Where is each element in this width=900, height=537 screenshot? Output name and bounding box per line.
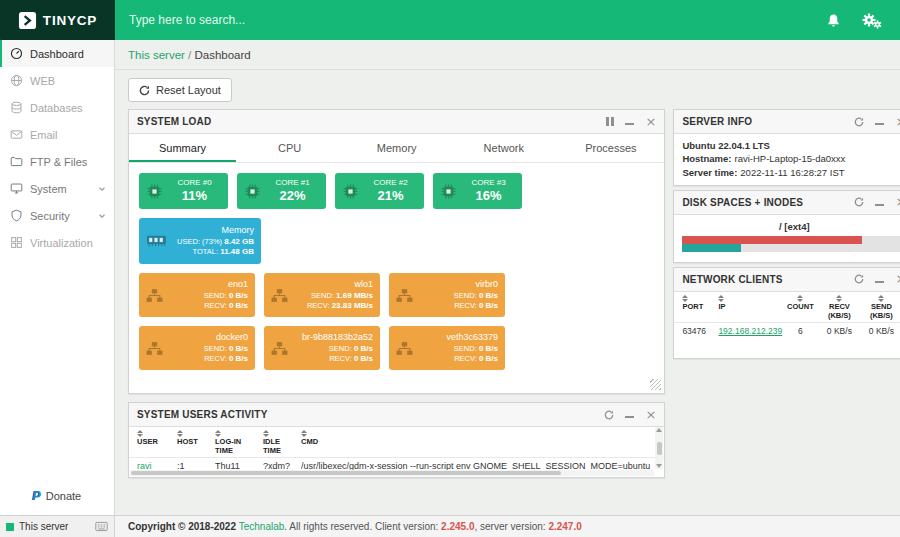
close-icon[interactable]: ×: [895, 197, 900, 207]
network-interface-widget: virbr0 SEND: 0 B/s RECV: 0 B/s: [389, 273, 505, 317]
minimize-icon[interactable]: [625, 118, 634, 125]
disk-spaces-header: DISK SPACES + INODES ×: [674, 191, 900, 215]
column-header-login-time[interactable]: LOG-IN TIME: [215, 430, 259, 455]
network-icon: [271, 341, 288, 356]
resize-handle[interactable]: [650, 379, 661, 390]
refresh-icon[interactable]: [854, 274, 864, 284]
memory-widget: Memory USED: (73%) 8.42 GB TOTAL: 11.48 …: [139, 218, 261, 264]
search-input[interactable]: [129, 13, 617, 27]
settings-cogs-icon[interactable]: [861, 12, 882, 29]
tab-summary[interactable]: Summary: [129, 134, 236, 162]
shield-icon: [10, 209, 23, 222]
column-header-recv[interactable]: RECV (KB/S): [820, 295, 858, 320]
sidebar-item-web[interactable]: WEB: [0, 67, 114, 94]
panel-tools: ×: [606, 117, 656, 127]
panel-title: NETWORK CLIENTS: [682, 274, 782, 285]
horizontal-scrollbar[interactable]: [130, 470, 654, 476]
network-icon: [146, 341, 163, 356]
folder-icon: [10, 155, 23, 168]
close-icon[interactable]: ×: [895, 117, 900, 127]
sidebar-item-virtualization[interactable]: Virtualization: [0, 229, 114, 256]
sort-icon: [682, 295, 688, 302]
donate-button[interactable]: P Donate: [0, 479, 114, 515]
panel-tools: ×: [854, 197, 900, 207]
minimize-icon[interactable]: [625, 411, 634, 418]
network-interface-widget: docker0 SEND: 0 B/s RECV: 0 B/s: [139, 326, 255, 370]
notifications-bell-icon[interactable]: [826, 13, 841, 28]
column-header-ip[interactable]: IP: [718, 295, 780, 320]
panel-tools: ×: [854, 117, 900, 127]
envelope-icon: [10, 128, 23, 141]
refresh-icon[interactable]: [854, 197, 864, 207]
sidebar-item-databases[interactable]: Databases: [0, 94, 114, 121]
network-clients-header: NETWORK CLIENTS ×: [674, 268, 900, 292]
minimize-icon[interactable]: [875, 199, 884, 206]
tab-memory[interactable]: Memory: [343, 134, 450, 162]
breadcrumb-separator: /: [185, 49, 195, 61]
tab-cpu[interactable]: CPU: [236, 134, 343, 162]
database-icon: [10, 101, 23, 114]
minimize-icon[interactable]: [875, 276, 884, 283]
cpu-chip-icon: [146, 183, 163, 200]
paypal-icon: P: [33, 489, 41, 503]
column-header-send[interactable]: SEND (KB/S): [862, 295, 900, 320]
desktop-icon: [10, 182, 23, 195]
cell-recv: 0 KB/s: [820, 326, 858, 336]
panel-title: SYSTEM USERS ACTIVITY: [137, 409, 268, 420]
brand-link[interactable]: Technalab: [239, 521, 285, 532]
network-interface-widget: veth3c63379 SEND: 0 B/s RECV: 0 B/s: [389, 326, 505, 370]
column-header-host[interactable]: HOST: [177, 430, 211, 455]
column-header-port[interactable]: PORT: [682, 295, 714, 320]
sidebar-item-system[interactable]: System: [0, 175, 114, 202]
column-header-count[interactable]: COUNT: [784, 295, 816, 320]
refresh-icon[interactable]: [854, 117, 864, 127]
content: This server / Dashboard Reset Layout SYS…: [115, 40, 900, 515]
column-header-idle-time[interactable]: IDLE TIME: [263, 430, 297, 455]
network-clients-table: PORT IP COUNT RECV (KB/S) SEND (KB/S) 63…: [674, 292, 900, 358]
sort-icon: [137, 430, 143, 437]
breadcrumb-root[interactable]: This server: [128, 49, 185, 61]
sidebar-item-ftp-files[interactable]: FTP & Files: [0, 148, 114, 175]
server-selector-label: This server: [19, 521, 68, 532]
logo[interactable]: TINYCP: [0, 0, 115, 40]
cell-ip-link[interactable]: 192.168.212.239: [718, 326, 780, 336]
column-header-cmd[interactable]: CMD: [301, 430, 650, 455]
donate-label: Donate: [46, 490, 81, 502]
server-status-icon: [6, 523, 14, 531]
sidebar-item-label: FTP & Files: [30, 156, 87, 168]
disk-spaces-panel: DISK SPACES + INODES × / [ext4]: [673, 190, 900, 263]
refresh-icon[interactable]: [604, 410, 614, 420]
pause-icon[interactable]: [606, 117, 614, 126]
system-load-header: SYSTEM LOAD ×: [129, 110, 664, 134]
server-selector[interactable]: This server: [0, 516, 115, 537]
mount-point-label: / [ext4]: [674, 219, 900, 236]
core-widget: CORE #316%: [433, 173, 522, 209]
tab-network[interactable]: Network: [450, 134, 557, 162]
close-icon[interactable]: ×: [645, 117, 656, 127]
close-icon[interactable]: ×: [645, 410, 656, 420]
reset-layout-button[interactable]: Reset Layout: [128, 78, 232, 102]
sidebar-item-label: Dashboard: [30, 48, 84, 60]
table-header-row: PORT IP COUNT RECV (KB/S) SEND (KB/S): [674, 292, 900, 323]
left-column: SYSTEM LOAD × Summary CPU Memory Netwo: [128, 109, 665, 478]
core-widget: CORE #122%: [237, 173, 326, 209]
column-header-user[interactable]: USER: [137, 430, 173, 455]
tab-processes[interactable]: Processes: [557, 134, 664, 162]
toolbar: Reset Layout: [115, 70, 900, 109]
sort-icon: [215, 430, 221, 437]
vertical-scrollbar[interactable]: [655, 427, 663, 469]
panel-title: SERVER INFO: [682, 116, 752, 127]
sidebar-item-dashboard[interactable]: Dashboard: [0, 40, 114, 67]
sidebar-item-email[interactable]: Email: [0, 121, 114, 148]
minimize-icon[interactable]: [875, 118, 884, 125]
sort-icon: [177, 430, 183, 437]
close-icon[interactable]: ×: [895, 274, 900, 284]
cpu-chip-icon: [342, 183, 359, 200]
os-version: Ubuntu 22.04.1 LTS: [682, 140, 769, 151]
network-icon: [396, 288, 413, 303]
tinycp-app: TINYCP: [0, 0, 900, 537]
right-column: SERVER INFO × Ubuntu 22.04.1 LTS Hostnam…: [673, 109, 900, 359]
sidebar-item-security[interactable]: Security: [0, 202, 114, 229]
sidebar-item-label: Databases: [30, 102, 83, 114]
reset-icon: [139, 85, 150, 96]
